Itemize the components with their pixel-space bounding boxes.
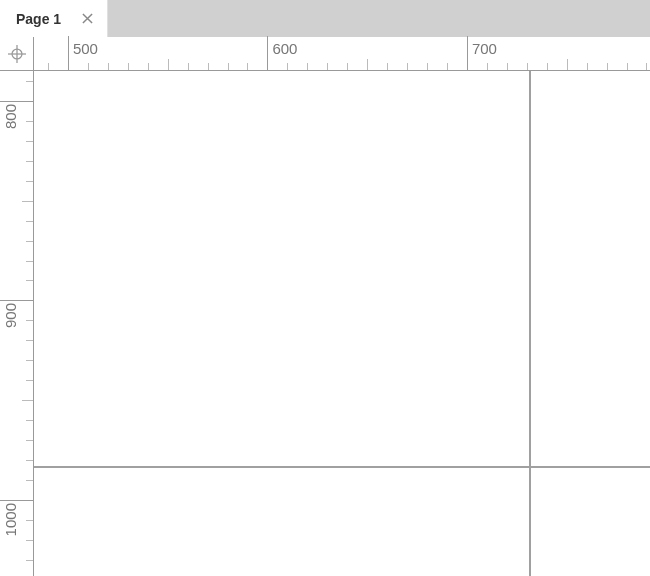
ruler-tick	[26, 420, 33, 421]
ruler-tick	[0, 101, 33, 102]
ruler-tick	[307, 63, 308, 70]
ruler-tick	[527, 63, 528, 70]
horizontal-ruler[interactable]: 5006007008	[34, 37, 650, 70]
ruler-tick	[26, 460, 33, 461]
ruler-tick	[26, 360, 33, 361]
ruler-tick	[108, 63, 109, 70]
ruler-tick	[26, 181, 33, 182]
ruler-tick	[567, 59, 568, 70]
tab-label: Page 1	[16, 11, 61, 27]
ruler-tick	[68, 36, 69, 70]
ruler-tick	[26, 261, 33, 262]
ruler-label: 700	[472, 40, 497, 57]
ruler-tick	[347, 63, 348, 70]
tab-page-1[interactable]: Page 1	[0, 0, 108, 37]
ruler-tick	[26, 161, 33, 162]
close-icon[interactable]	[79, 11, 95, 27]
ruler-tick	[208, 63, 209, 70]
ruler-tick	[26, 380, 33, 381]
ruler-tick	[22, 400, 33, 401]
ruler-label: 600	[272, 40, 297, 57]
ruler-tick	[547, 63, 548, 70]
ruler-tick	[228, 63, 229, 70]
ruler-tick	[507, 63, 508, 70]
ruler-tick	[607, 63, 608, 70]
ruler-tick	[427, 63, 428, 70]
ruler-tick	[26, 280, 33, 281]
ruler-tick	[26, 540, 33, 541]
ruler-tick	[0, 500, 33, 501]
vertical-ruler[interactable]: 8009001000	[0, 71, 34, 576]
ruler-tick	[168, 59, 169, 70]
ruler-tick	[88, 63, 89, 70]
page-edge-right	[529, 71, 531, 576]
ruler-tick	[467, 36, 468, 70]
ruler-tick	[487, 63, 488, 70]
ruler-label: 900	[2, 303, 19, 328]
ruler-label: 800	[2, 104, 19, 129]
ruler-origin-icon[interactable]	[0, 37, 34, 70]
ruler-tick	[0, 300, 33, 301]
ruler-tick	[26, 440, 33, 441]
ruler-label: 500	[73, 40, 98, 57]
ruler-tick	[587, 63, 588, 70]
ruler-tick	[287, 63, 288, 70]
ruler-tick	[26, 141, 33, 142]
ruler-tick	[646, 63, 647, 70]
ruler-tick	[48, 63, 49, 70]
ruler-tick	[26, 241, 33, 242]
ruler-tick	[148, 63, 149, 70]
ruler-tick	[22, 201, 33, 202]
tab-bar: Page 1	[0, 0, 650, 37]
ruler-tick	[247, 63, 248, 70]
ruler-tick	[26, 480, 33, 481]
ruler-tick	[447, 63, 448, 70]
ruler-tick	[188, 63, 189, 70]
ruler-tick	[26, 121, 33, 122]
ruler-tick	[367, 59, 368, 70]
canvas-area[interactable]	[34, 71, 650, 576]
ruler-tick	[26, 221, 33, 222]
ruler-tick	[26, 520, 33, 521]
ruler-label: 1000	[2, 503, 19, 536]
ruler-tick	[26, 340, 33, 341]
ruler-tick	[26, 81, 33, 82]
ruler-tick	[26, 560, 33, 561]
ruler-tick	[26, 320, 33, 321]
ruler-tick	[128, 63, 129, 70]
ruler-tick	[407, 63, 408, 70]
page-edge-bottom	[34, 466, 650, 468]
ruler-tick	[387, 63, 388, 70]
ruler-tick	[627, 63, 628, 70]
ruler-tick	[327, 63, 328, 70]
horizontal-ruler-row: 5006007008	[0, 37, 650, 71]
ruler-tick	[267, 36, 268, 70]
